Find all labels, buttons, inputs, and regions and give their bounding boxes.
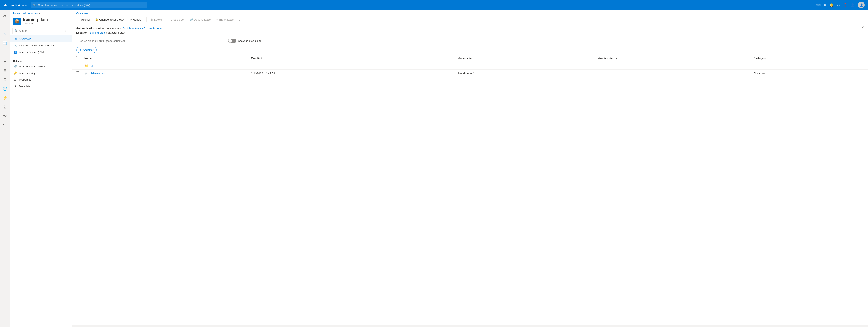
sidebar-item-cube[interactable]: ⬡	[1, 76, 9, 84]
more-button[interactable]: ...	[237, 17, 244, 22]
avatar[interactable]: 👤	[858, 2, 865, 8]
close-button[interactable]: ×	[861, 25, 864, 30]
settings-section-title: Settings	[10, 57, 72, 63]
change-tier-button[interactable]: ⇄ Change tier	[165, 17, 187, 22]
table-row: 📁 [..]	[72, 62, 868, 70]
resource-title-block: training-data Container	[23, 18, 63, 25]
resource-more-btn[interactable]: ...	[65, 19, 69, 24]
sidebar-item-dashboard[interactable]: ⌂	[1, 30, 9, 38]
add-filter-button[interactable]: ⊕ Add filter	[76, 47, 97, 53]
add-filter-icon: ⊕	[80, 48, 82, 52]
breadcrumb-sep-1: ›	[21, 12, 22, 15]
break-lease-button[interactable]: ✂ Break lease	[214, 17, 236, 22]
person-icon[interactable]: 👤	[850, 3, 855, 7]
select-all-col	[72, 55, 81, 62]
nav-search-icon: 🔍	[14, 29, 18, 32]
table-row: 📄 diabetes.csv 11/4/2022, 11:49:58 ... H…	[72, 69, 868, 77]
nav-item-shared-access-label: Shared access tokens	[19, 65, 45, 68]
sidebar-item-eye[interactable]: 👁	[1, 112, 9, 120]
row-blob-type: Block blob	[750, 69, 868, 77]
people-icon: 👥	[13, 50, 17, 54]
change-access-button[interactable]: 🔒 Change access level	[93, 17, 126, 22]
row-modified: 11/4/2022, 11:49:58 ...	[248, 69, 455, 77]
brand-label: Microsoft Azure	[3, 3, 27, 7]
nav-item-access-policy-label: Access policy	[19, 71, 35, 75]
help-icon[interactable]: ❓	[843, 3, 847, 7]
sidebar-item-db[interactable]: 🗄	[1, 103, 9, 111]
delete-icon: 🗑	[151, 18, 153, 21]
row-name[interactable]: [..]	[90, 64, 93, 67]
nav-item-shared-access[interactable]: 🔗 Shared access tokens	[10, 63, 72, 70]
row-name-cell: 📁 [..]	[81, 62, 248, 70]
filter-row: ⊕ Add filter	[72, 46, 868, 55]
col-archive-status[interactable]: Archive status	[595, 55, 750, 62]
select-all-checkbox[interactable]	[76, 56, 80, 59]
breadcrumb-all-resources[interactable]: All resources	[23, 12, 37, 15]
row-checkbox-col	[72, 69, 81, 77]
auth-switch-link[interactable]: Switch to Azure AD User Account	[123, 27, 162, 30]
blob-data-table: Name Modified Access tier Archive status…	[72, 55, 868, 77]
nav-item-iam[interactable]: 👥 Access Control (IAM)	[10, 49, 72, 55]
upload-button[interactable]: ↑ Upload	[76, 17, 92, 22]
nav-item-access-policy[interactable]: 🔑 Access policy	[10, 70, 72, 76]
row-checkbox[interactable]	[76, 71, 80, 75]
upload-label: Upload	[81, 18, 90, 21]
acquire-lease-button[interactable]: 🔗 Acquire lease	[188, 17, 213, 22]
show-deleted-toggle[interactable]	[228, 39, 236, 43]
col-access-tier[interactable]: Access tier	[455, 55, 595, 62]
row-name[interactable]: diabetes.csv	[90, 72, 105, 75]
col-modified[interactable]: Modified	[248, 55, 455, 62]
nav-item-properties[interactable]: ▤ Properties	[10, 76, 72, 83]
auth-info: Authentication method: Access key Switch…	[72, 24, 868, 36]
nav-search-input[interactable]	[19, 29, 62, 32]
row-modified	[248, 62, 455, 70]
more-label: ...	[239, 18, 241, 21]
nav-item-overview-label: Overview	[20, 37, 31, 40]
portal-icon[interactable]: ⧉	[824, 3, 826, 7]
sidebar-item-shield[interactable]: 🛡	[1, 121, 9, 129]
wrench-icon: 🔧	[13, 44, 17, 47]
resource-header: 📦 training-data Container ...	[10, 15, 72, 27]
content-area: Containers › ↑ Upload 🔒 Change access le…	[72, 10, 868, 327]
refresh-button[interactable]: ↻ Refresh	[127, 17, 145, 22]
nav-item-diagnose-label: Diagnose and solve problems	[19, 44, 55, 47]
col-name[interactable]: Name	[81, 55, 248, 62]
nav-collapse-btn[interactable]: «	[63, 29, 68, 33]
sidebar-item-menu[interactable]: ☰	[1, 48, 9, 56]
row-checkbox[interactable]	[76, 64, 80, 67]
blob-search-input[interactable]	[76, 38, 225, 44]
col-blob-type[interactable]: Blob type	[750, 55, 868, 62]
row-blob-type	[750, 62, 868, 70]
show-deleted-label: Show deleted blobs	[238, 39, 261, 42]
auth-location-link[interactable]: training-data	[90, 31, 105, 34]
sidebar-item-home[interactable]: ＋	[1, 21, 9, 29]
change-tier-label: Change tier	[170, 18, 184, 21]
sidebar-item-grid[interactable]: ⊞	[1, 66, 9, 75]
content-breadcrumb-containers[interactable]: Containers	[76, 12, 88, 15]
sidebar-item-globe[interactable]: 🌐	[1, 85, 9, 93]
link-icon: 🔗	[13, 65, 17, 68]
nav-item-metadata[interactable]: ℹ Metadata	[10, 83, 72, 90]
global-search[interactable]: 🔍 Search resources, services, and docs (…	[31, 2, 147, 8]
breadcrumb-home[interactable]: Home	[13, 12, 20, 15]
row-access-tier	[455, 62, 595, 70]
gear-icon[interactable]: ⚙	[837, 3, 840, 7]
table-header: Name Modified Access tier Archive status…	[72, 55, 868, 62]
sidebar-collapse-btn[interactable]: ≫	[1, 11, 9, 20]
file-icon: 📄	[84, 71, 89, 75]
bell-icon[interactable]: 🔔	[830, 3, 834, 7]
breadcrumb-sep-2: ›	[39, 12, 39, 15]
sidebar-item-bolt[interactable]: ⚡	[1, 94, 9, 102]
sidebar-item-favorites[interactable]: ★	[1, 57, 9, 65]
nav-item-diagnose[interactable]: 🔧 Diagnose and solve problems	[10, 42, 72, 49]
acquire-lease-label: Acquire lease	[194, 18, 211, 21]
sidebar-item-analytics[interactable]: 📊	[1, 39, 9, 47]
break-lease-label: Break lease	[219, 18, 234, 21]
key-icon: 🔑	[13, 71, 17, 75]
terminal-icon[interactable]: ⌨	[816, 3, 820, 7]
nav-item-overview[interactable]: ⊞ Overview	[10, 35, 72, 42]
scroll-hint	[72, 325, 868, 327]
left-panel: Home › All resources › 📦 training-data C…	[10, 10, 72, 327]
delete-button[interactable]: 🗑 Delete	[148, 17, 164, 22]
delete-label: Delete	[154, 18, 162, 21]
